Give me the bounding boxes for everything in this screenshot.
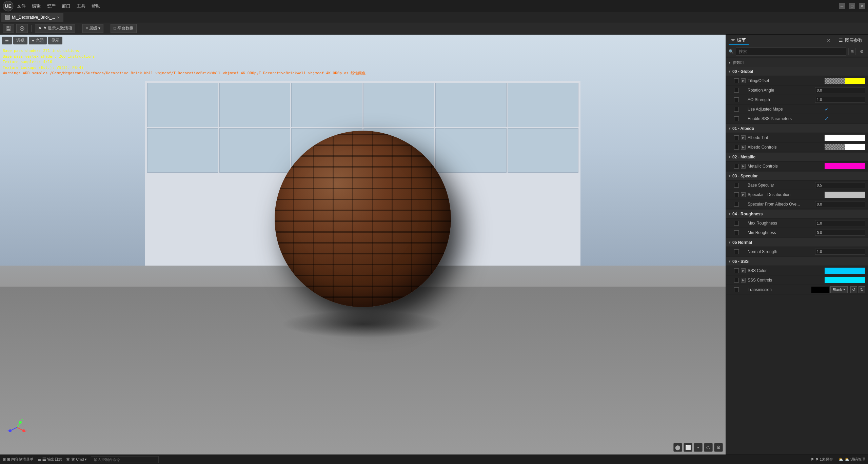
unsaved-indicator[interactable]: ⚑ ⚑ 1未保存 (811, 457, 833, 462)
param-checkbox-specular-desat[interactable] (734, 192, 739, 197)
color-swatch-sss-color[interactable] (825, 268, 865, 274)
param-checkbox-sss-color[interactable] (734, 268, 739, 273)
param-value-max-roughness (815, 220, 865, 226)
editor-tab[interactable]: ✏ ✏ 编节 编节 (729, 36, 749, 45)
section-specular: ▾ 03 - Specular Base Specular (726, 172, 868, 209)
menu-tools[interactable]: 工具 (77, 3, 85, 9)
cylinder-preview-btn[interactable]: ⬭ (704, 443, 713, 452)
minimize-button[interactable]: ─ (839, 3, 845, 9)
section-metallic-header[interactable]: ▾ 02 - Metallic (726, 153, 868, 161)
panel-close-btn[interactable]: ✕ (827, 38, 831, 43)
param-expand-albedo-tint[interactable]: ▶ (741, 135, 746, 140)
color-swatch-tiling[interactable] (825, 78, 865, 84)
viewport-view-controls: ☰ 透视 ● 光照 显示 (2, 37, 62, 44)
param-expand-tiling[interactable]: ▶ (741, 78, 746, 83)
param-checkbox-ao[interactable] (734, 97, 739, 102)
param-expand-sss-controls[interactable]: ▶ (741, 278, 746, 283)
cube-preview-btn[interactable]: ▪ (694, 443, 703, 452)
sphere-preview-btn[interactable]: ⬤ (673, 443, 682, 452)
swatch-gray-2 (845, 192, 865, 198)
active-tab[interactable]: MI_Decorative_Brick_... ✕ (1, 13, 63, 22)
color-swatch-specular-desat[interactable] (825, 192, 865, 198)
param-checkbox-specular-albedo[interactable] (734, 202, 739, 207)
param-row-min-roughness: Min Roughness (726, 228, 868, 237)
params-group-label[interactable]: ▾ 参数组 (726, 58, 868, 67)
param-checkbox-rotation[interactable] (734, 88, 739, 93)
menu-help[interactable]: 帮助 (92, 3, 100, 9)
panel-content[interactable]: ▾ 参数组 ▾ 00 - Global ▶ Tiling/Offset (726, 57, 868, 455)
output-log-icon: ☰ (38, 457, 41, 462)
menu-window[interactable]: 窗口 (62, 3, 71, 9)
layers-tab[interactable]: ☰ 图层参数 (836, 36, 865, 45)
specular-albedo-input[interactable] (815, 201, 865, 207)
min-roughness-input[interactable] (815, 230, 865, 236)
section-arrow-metallic: ▾ (729, 155, 730, 159)
console-input[interactable] (91, 456, 159, 463)
menu-file[interactable]: 文件 (17, 3, 26, 9)
platform-button[interactable]: □ 平台数据 (111, 24, 137, 33)
settings-preview-btn[interactable]: ⚙ (714, 443, 723, 452)
param-checkbox-adjusted[interactable] (734, 107, 739, 112)
show-inactive-button[interactable]: ⚑ ⚑ 显示未激活项 (35, 24, 75, 33)
param-checkbox-sss-controls[interactable] (734, 278, 739, 283)
close-button[interactable]: ✕ (859, 3, 865, 9)
rotation-angle-input[interactable] (815, 87, 865, 93)
param-checkbox-base-specular[interactable] (734, 183, 739, 188)
param-checkbox-sss-enable[interactable] (734, 116, 739, 121)
section-specular-header[interactable]: ▾ 03 - Specular (726, 172, 868, 180)
tab-close-btn[interactable]: ✕ (57, 16, 60, 19)
menu-assets[interactable]: 资产 (47, 3, 56, 9)
nav-back-btn[interactable]: ↺ (850, 286, 857, 293)
ao-strength-input[interactable] (815, 97, 865, 103)
nav-forward-btn[interactable]: ↻ (859, 286, 865, 293)
display-mode-button[interactable]: 显示 (48, 37, 62, 44)
svg-text:UE: UE (5, 3, 11, 9)
param-checkbox-max-roughness[interactable] (734, 221, 739, 226)
plane-preview-btn[interactable]: ⬜ (684, 443, 692, 452)
settings-button[interactable]: ⚙ (858, 48, 865, 55)
viewport-corner-buttons: ⬤ ⬜ ▪ ⬭ ⚙ (673, 443, 723, 452)
param-checkbox-transmission[interactable] (734, 287, 739, 292)
param-checkbox-min-roughness[interactable] (734, 230, 739, 235)
param-checkbox-tiling[interactable] (734, 78, 739, 83)
param-expand-specular-desat[interactable]: ▶ (741, 192, 746, 197)
output-log-btn[interactable]: ☰ ☰ 输出日志 (38, 457, 62, 462)
color-swatch-metallic[interactable] (825, 163, 865, 169)
perspective-mode-button[interactable]: 透视 (13, 37, 27, 44)
section-roughness-header[interactable]: ▾ 04 - Roughness (726, 210, 868, 218)
lighting-mode-button[interactable]: ● 光照 (29, 37, 47, 44)
color-swatch-albedo-controls[interactable] (825, 144, 865, 150)
max-roughness-input[interactable] (815, 220, 865, 226)
cmd-btn[interactable]: ⌘ ⌘ Cmd ▾ (66, 457, 87, 462)
section-normal-header[interactable]: ▾ 05 Normal (726, 238, 868, 247)
param-checkbox-metallic[interactable] (734, 164, 739, 169)
param-expand-albedo-controls[interactable]: ▶ (741, 145, 746, 150)
param-checkbox-albedo-tint[interactable] (734, 135, 739, 140)
browse-button[interactable] (16, 24, 28, 33)
search-input[interactable] (736, 47, 846, 56)
transmission-black-swatch[interactable] (811, 287, 829, 293)
content-browser-btn[interactable]: ⊞ ⊞ 内容侧滑菜单 (3, 457, 34, 462)
normal-strength-input[interactable] (815, 249, 865, 255)
source-control-btn[interactable]: ⛅ ⛅ 源码管理 (839, 457, 865, 462)
base-specular-input[interactable] (815, 182, 865, 188)
maximize-button[interactable]: □ (849, 3, 855, 9)
param-checkbox-albedo-controls[interactable] (734, 145, 739, 150)
viewport[interactable]: ☰ 透视 ● 光照 显示 Base pass shader: 271 instr… (0, 35, 726, 455)
section-global-header[interactable]: ▾ 00 - Global (726, 67, 868, 76)
swatch-gray-1 (825, 192, 845, 198)
color-swatch-sss-controls[interactable] (825, 277, 865, 283)
transmission-dropdown[interactable]: Black ▾ (830, 286, 848, 293)
hamburger-menu-button[interactable]: ☰ (2, 37, 12, 44)
color-swatch-albedo-tint[interactable] (825, 135, 865, 141)
save-all-button[interactable] (3, 24, 14, 33)
grid-view-button[interactable]: ⊞ (848, 48, 856, 55)
layers-button[interactable]: ≡ 层级 ▾ (82, 24, 103, 33)
param-expand-sss-color[interactable]: ▶ (741, 268, 746, 273)
param-checkbox-normal-strength[interactable] (734, 249, 739, 254)
section-sss-header[interactable]: ▾ 06 - SSS (726, 257, 868, 266)
section-albedo-header[interactable]: ▾ 01 - Albedo (726, 124, 868, 133)
param-value-albedo-tint (825, 135, 865, 141)
param-expand-metallic[interactable]: ▶ (741, 164, 746, 169)
menu-edit[interactable]: 编辑 (32, 3, 41, 9)
